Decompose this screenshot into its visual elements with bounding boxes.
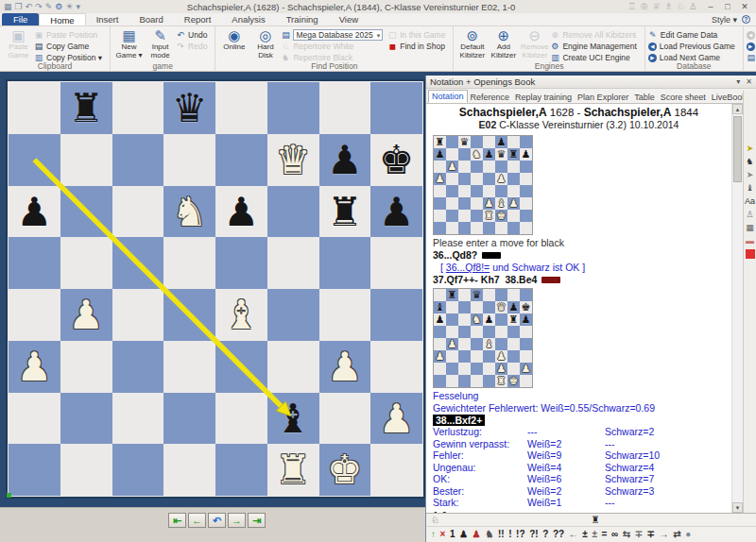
knight-path-tool[interactable]: ♞ [746, 157, 753, 166]
annotation-symbol[interactable]: ? [542, 527, 548, 542]
scroll-up-icon[interactable]: ▲ [732, 104, 743, 114]
settings-icon[interactable]: ⚙ [55, 0, 62, 13]
annotation-symbol[interactable]: ?? [553, 527, 564, 542]
annotation-symbol[interactable]: ∓ [647, 527, 655, 542]
square-d8[interactable]: ♛ [163, 82, 215, 134]
undo-button[interactable]: ↶Undo [176, 29, 212, 41]
square-f8[interactable] [267, 82, 319, 134]
square-b4[interactable]: ♟ [60, 289, 112, 341]
square-d1[interactable] [163, 444, 215, 496]
square-e3[interactable] [215, 341, 267, 393]
square-a1[interactable] [9, 444, 60, 496]
annotation-symbol[interactable]: ⇆ [623, 527, 630, 542]
square-c8[interactable] [112, 82, 164, 134]
highlight-red-tool[interactable] [746, 249, 755, 259]
square-b1[interactable] [60, 444, 112, 496]
square-e1[interactable] [215, 444, 267, 496]
default-kibitzer-button[interactable]: ⊚DefaultKibitzer [456, 27, 488, 59]
find-in-shop-button[interactable]: ◼Find in Shop [387, 41, 450, 52]
square-c2[interactable] [112, 393, 164, 445]
eraser-tool[interactable]: ▬ [746, 236, 754, 246]
square-c7[interactable] [112, 134, 164, 186]
square-a7[interactable] [9, 134, 60, 186]
takeback-button[interactable]: ↶ [208, 513, 226, 528]
training-pieces-tool[interactable]: ♙ [746, 210, 753, 219]
square-d7[interactable] [163, 134, 215, 186]
annotation-symbol[interactable]: ♟ [472, 527, 481, 542]
main-chess-board[interactable]: ♜♛♛♟♚♟♞♟♜♟♟♝♟♟♝♟♜♚ [8, 81, 423, 497]
square-e2[interactable] [215, 393, 267, 445]
square-e5[interactable] [215, 237, 267, 289]
square-b8[interactable]: ♜ [60, 82, 112, 134]
pieces-pair-tool[interactable]: ▦ [746, 223, 754, 232]
square-d6[interactable]: ♞ [163, 186, 215, 238]
add-kibitzer-button[interactable]: ⊕AddKibitzer [488, 27, 519, 59]
tab-insert[interactable]: Insert [86, 13, 129, 25]
square-f5[interactable] [267, 237, 319, 289]
square-a6[interactable]: ♟ [9, 186, 60, 238]
panel-tab-replay-training[interactable]: Replay training [512, 92, 575, 103]
square-e6[interactable]: ♟ [215, 186, 267, 238]
tab-home[interactable]: Home [39, 13, 85, 25]
tab-analysis[interactable]: Analysis [221, 13, 275, 25]
help-icon[interactable]: ? [742, 15, 750, 24]
panel-tab-table[interactable]: Table [631, 92, 658, 103]
annotation-symbol[interactable]: ● [685, 527, 691, 542]
scroll-down-icon[interactable]: ▼ [732, 502, 743, 513]
square-g3[interactable]: ♟ [319, 341, 371, 393]
annotation-symbol[interactable]: → [660, 527, 669, 542]
square-h7[interactable]: ♚ [370, 134, 422, 186]
text-annotation-tool[interactable]: Aa [745, 196, 755, 206]
square-a5[interactable] [9, 237, 60, 289]
annotation-symbol[interactable]: ∞ [611, 527, 618, 542]
square-h1[interactable] [370, 444, 422, 496]
close-button[interactable]: ✕ [737, 0, 752, 13]
notation-scrollbar[interactable]: ▲ ▼ [731, 104, 743, 513]
tab-view[interactable]: View [329, 13, 369, 25]
square-c4[interactable] [112, 289, 164, 341]
variation-line[interactable]: [ 36...Qf8!= und Schwarz ist OK ] [433, 262, 731, 274]
square-f3[interactable] [267, 341, 319, 393]
palette-rook-icon[interactable]: ♜ [592, 515, 600, 525]
palette-knight-icon[interactable]: ♘ [431, 515, 439, 525]
annotation-symbol[interactable]: ↑ [431, 527, 436, 542]
piece-paint-tool[interactable]: ♝ [746, 183, 753, 193]
input-mode-button[interactable]: ✎Inputmode [145, 27, 176, 59]
panel-tab-notation[interactable]: Notation [428, 90, 468, 103]
square-g1[interactable]: ♚ [319, 444, 371, 496]
square-b6[interactable] [60, 186, 112, 238]
square-d5[interactable] [163, 237, 215, 289]
square-h6[interactable]: ♟ [370, 186, 422, 238]
hard-disk-button[interactable]: ◎HardDisk [249, 27, 281, 59]
edit-board-icon[interactable]: ✎ [45, 0, 53, 13]
combo-box[interactable]: Mega Database 2025▾ [293, 29, 383, 41]
mega-database-combo[interactable]: ▤Mega Database 2025▾ [281, 29, 387, 41]
square-f7[interactable]: ♛ [267, 134, 319, 186]
new-board-icon[interactable]: ▦ [4, 0, 12, 13]
square-h4[interactable] [370, 289, 422, 341]
square-b7[interactable] [60, 134, 112, 186]
minimize-button[interactable]: – [703, 0, 718, 13]
square-d3[interactable] [163, 341, 215, 393]
annotation-symbol[interactable]: !! [498, 527, 505, 542]
goto-start-button[interactable]: ⇤ [168, 513, 186, 528]
arrow-tool[interactable]: ➤ [747, 170, 754, 179]
save-icon[interactable]: ❐ [15, 0, 23, 13]
square-g7[interactable]: ♟ [319, 134, 371, 186]
step-back-button[interactable]: ← [188, 513, 206, 528]
tab-board[interactable]: Board [129, 13, 173, 25]
annotation-symbol[interactable]: × [440, 527, 446, 542]
square-f2[interactable]: ♝ [267, 393, 319, 445]
edit-game-data-button[interactable]: ✎Edit Game Data [648, 29, 740, 41]
square-a4[interactable] [9, 289, 60, 341]
square-h2[interactable]: ♟ [370, 393, 422, 445]
tab-training[interactable]: Training [276, 13, 329, 25]
variation-move-link[interactable]: 36...Qf8!= [446, 262, 490, 273]
brightness-icon[interactable]: ☀ [65, 0, 73, 13]
square-g4[interactable] [319, 289, 371, 341]
panel-tab-score-sheet[interactable]: Score sheet [658, 92, 709, 103]
current-move-highlight[interactable]: 38...Bxf2+ [433, 415, 485, 426]
square-d4[interactable] [163, 289, 215, 341]
annotation-symbol[interactable]: ← [569, 527, 578, 542]
panel-close-icon[interactable]: ✕ [746, 77, 752, 86]
